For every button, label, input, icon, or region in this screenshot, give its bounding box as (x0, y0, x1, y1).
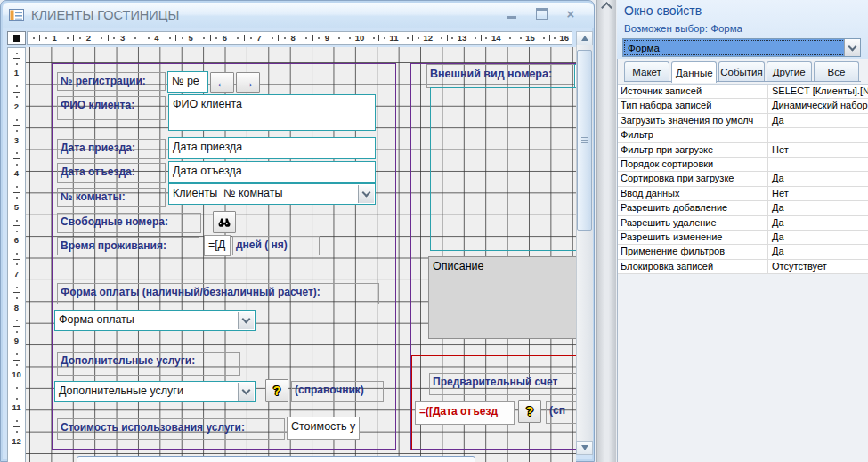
vertical-ruler: 123456789101112 (7, 47, 26, 462)
property-name: Фильтр при загрузке (618, 143, 768, 157)
property-row[interactable]: Разрешить добавлениеДа (618, 201, 868, 215)
property-row[interactable]: Сортировка при загрузкеДа (618, 172, 868, 186)
property-row[interactable]: Разрешить изменениеДа (618, 231, 868, 245)
property-value[interactable] (768, 128, 868, 142)
ruler-mark: 5 (8, 182, 25, 215)
tab-события[interactable]: События (718, 61, 764, 81)
form-scroll-down-button[interactable] (576, 441, 593, 455)
room-view-image-frame[interactable] (430, 87, 580, 251)
room-dropdown-button[interactable] (358, 185, 374, 203)
services-combobox[interactable]: Дополнительные услуги (54, 381, 256, 402)
stay-time-label: Время проживания: (57, 237, 199, 255)
property-tabs: МакетДанныеСобытияДругиеВсе (624, 61, 861, 82)
left-arrow-icon: ← (215, 76, 229, 89)
property-row[interactable]: Фильтр при загрузкеНет (618, 143, 868, 158)
property-row[interactable]: Загрузить значения по умолчДа (618, 114, 868, 128)
invoice-help-button[interactable]: ? (518, 400, 541, 423)
property-name: Фильтр (618, 128, 768, 142)
object-selector-dropdown-button[interactable] (844, 39, 860, 56)
property-name: Применение фильтров (618, 245, 768, 258)
object-selector-combobox[interactable]: Форма (622, 38, 861, 57)
services-handbook-label: (справочник) (291, 381, 384, 402)
property-value[interactable]: Нет (768, 187, 868, 200)
fio-textbox[interactable]: ФИО клиента (168, 94, 376, 131)
ruler-mark: 3 (8, 115, 25, 149)
form-design-window: КЛИЕНТЫ ГОСТИНИЦЫ × 12345678910111213141… (0, 0, 595, 462)
question-mark-icon: ? (273, 385, 281, 397)
property-grid: Источник записейSELECT [Клиенты].[№ рТип… (618, 84, 868, 274)
ruler-mark: 10 (8, 349, 25, 383)
description-textbox[interactable]: Описание (428, 256, 580, 339)
registration-textbox[interactable]: № ре (167, 71, 208, 93)
tab-другие[interactable]: Другие (767, 61, 812, 81)
property-name: Разрешить удаление (618, 216, 768, 230)
tab-данные[interactable]: Данные (671, 61, 717, 83)
property-value[interactable]: Да (768, 114, 868, 127)
property-value[interactable]: Да (768, 172, 868, 185)
property-value[interactable]: Динамический набор (768, 99, 868, 112)
ruler-mark: 6 (198, 32, 231, 44)
property-value[interactable]: Отсутствует (768, 260, 868, 273)
departure-label: Дата отъезда: (57, 163, 166, 183)
fio-label: ФИО клиента: (57, 96, 166, 120)
tab-макет[interactable]: Макет (624, 61, 669, 81)
property-value[interactable]: Да (768, 231, 868, 244)
property-value[interactable] (768, 158, 868, 171)
ruler-mark: 13 (437, 32, 471, 44)
services-help-button[interactable]: ? (265, 379, 288, 402)
tab-все[interactable]: Все (814, 61, 859, 81)
property-row[interactable]: Порядок сортировки (618, 158, 868, 172)
service-cost-textbox[interactable]: Стоимость у (287, 417, 360, 440)
property-row[interactable]: Фильтр (618, 128, 868, 142)
invoice-expression-textbox[interactable]: =([Дата отъезд (415, 401, 515, 425)
screen: КЛИЕНТЫ ГОСТИНИЦЫ × 12345678910111213141… (0, 0, 868, 462)
property-name: Ввод данных (618, 187, 768, 200)
ruler-mark: 4 (8, 149, 25, 182)
property-value[interactable]: Да (768, 216, 868, 230)
stay-time-suffix-label: дней ( ня) (232, 236, 320, 255)
property-name: Разрешить изменение (618, 231, 768, 244)
arrival-textbox[interactable]: Дата приезда (168, 137, 376, 159)
maximize-button[interactable] (531, 6, 552, 21)
property-row[interactable]: Применение фильтровДа (618, 245, 868, 259)
partial-bottom-control (77, 456, 475, 462)
stay-time-expression-textbox[interactable]: =[Д (204, 235, 231, 256)
property-row[interactable]: Тип набора записейДинамический набор (618, 99, 868, 113)
services-dropdown-button[interactable] (238, 383, 254, 401)
selection-hint: Возможен выбор: Форма (624, 23, 742, 34)
invoice-label: Предварительный счет (429, 373, 579, 395)
ruler-mark: 2 (61, 32, 95, 44)
property-row[interactable]: Разрешить удалениеДа (618, 216, 868, 231)
departure-textbox[interactable]: Дата отъезда (168, 161, 376, 183)
ruler-mark: 2 (8, 82, 25, 116)
registration-label: № регистрации: (57, 72, 166, 91)
property-name: Разрешить добавление (618, 201, 768, 215)
horizontal-ruler: 12345678910111213141516 (27, 31, 572, 45)
find-free-rooms-button[interactable] (213, 211, 236, 233)
ruler-mark: 8 (266, 32, 300, 44)
free-rooms-label: Свободные номера: (57, 213, 201, 233)
payment-dropdown-button[interactable] (238, 312, 254, 329)
ruler-mark: 7 (232, 32, 266, 44)
previous-record-button[interactable]: ← (210, 72, 234, 93)
property-value[interactable]: Да (768, 245, 868, 258)
form-scroll-up-button[interactable] (576, 31, 593, 45)
room-combobox[interactable]: Клиенты_№ комнаты (168, 183, 376, 205)
form-scrollbar-thumb[interactable] (577, 50, 592, 231)
next-record-button[interactable]: → (236, 72, 260, 93)
property-value[interactable]: Да (768, 201, 868, 215)
workspace-scrollbar[interactable] (596, 0, 616, 462)
maximize-icon (536, 8, 548, 20)
scroll-down-icon (581, 445, 588, 450)
minimize-button[interactable] (501, 6, 523, 21)
ruler-mark: 5 (164, 32, 198, 44)
form-selector-button[interactable] (7, 31, 26, 45)
property-row[interactable]: Ввод данныхНет (618, 187, 868, 201)
payment-combobox[interactable]: Форма оплаты (54, 310, 256, 331)
property-row[interactable]: Источник записейSELECT [Клиенты].[№ р (618, 85, 868, 99)
chevron-down-icon (848, 42, 857, 51)
property-value[interactable]: SELECT [Клиенты].[№ р (768, 85, 868, 98)
close-button[interactable]: × (560, 6, 581, 21)
property-value[interactable]: Нет (768, 143, 868, 157)
property-row[interactable]: Блокировка записейОтсутствует (618, 260, 868, 274)
